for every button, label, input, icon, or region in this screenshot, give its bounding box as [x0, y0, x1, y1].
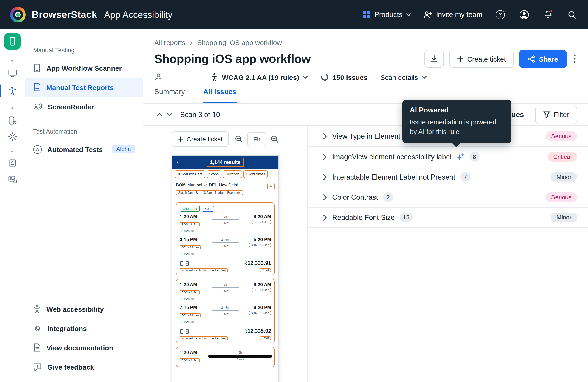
tooltip-body: Issue remediation is powered by AI for t…: [410, 118, 504, 137]
departure-time: 1:20 AM: [180, 350, 208, 355]
results-count: 1,144 results: [207, 158, 244, 166]
issue-row-interactable-label[interactable]: Interactable Element Label not Present 7…: [308, 167, 588, 187]
more-options-button[interactable]: [572, 52, 577, 65]
tab-all-issues[interactable]: All issues: [203, 88, 237, 103]
back-chevron-icon: ‹: [176, 157, 179, 168]
flight-leg: 7:15 PM DEL · 13 Jan ✈IndiGo 2h 5m Direc…: [180, 305, 271, 324]
products-menu[interactable]: Products: [362, 11, 411, 19]
sidebar-item-screenreader[interactable]: ScreenReader: [25, 97, 143, 116]
to-city: New Delhi: [219, 183, 238, 187]
scan-previous-button[interactable]: [154, 111, 165, 119]
arrival-time: 9:20 PM: [253, 305, 271, 310]
scan-progress-icon: [321, 73, 329, 81]
departure-time: 7:15 PM: [180, 305, 208, 310]
issue-row-readable-font-size[interactable]: Readable Font Size 15 Minor: [308, 207, 588, 228]
sort-chip: ⇅Sort by: Best: [175, 170, 205, 178]
report-content: Create ticket Fit: [143, 125, 588, 382]
products-label: Products: [374, 11, 402, 19]
arrival-tag: DEL · 6 Jan: [252, 220, 271, 224]
accessibility-rail-item[interactable]: [0, 84, 25, 97]
document-icon: [33, 343, 41, 352]
download-button[interactable]: [424, 50, 444, 68]
tab-summary[interactable]: Summary: [154, 88, 185, 103]
arrival-tag: DEL · 6 Jan: [252, 288, 271, 292]
sidebar-item-give-feedback[interactable]: Give feedback: [25, 357, 143, 377]
notifications-button[interactable]: [542, 9, 554, 21]
share-button[interactable]: Share: [519, 50, 567, 68]
stops: Direct: [208, 244, 243, 247]
sidebar-item-label: View documentation: [46, 344, 113, 351]
app-accessibility-rail-button[interactable]: [4, 33, 21, 50]
breadcrumb: All reports › Shopping iOS app workflow: [154, 39, 577, 46]
device-settings-icon[interactable]: [8, 116, 17, 125]
sidebar-item-view-documentation[interactable]: View documentation: [25, 338, 143, 357]
invite-my-team[interactable]: Invite my team: [423, 11, 482, 19]
help-button[interactable]: ?: [494, 9, 506, 21]
dates-chip: Sat, 6 Jan - Sat, 13 Jan · 1 adult · Eco…: [176, 190, 243, 195]
chevron-right-icon: [323, 214, 327, 221]
severity-badge: Minor: [551, 213, 577, 222]
scan-details-dropdown[interactable]: Scan details: [380, 73, 426, 81]
filter-label: Filter: [554, 111, 569, 119]
sidebar-item-web-accessibility[interactable]: Web accessibility: [25, 299, 143, 319]
issue-row-imageview-label[interactable]: ImageView element accessibility label 8 …: [308, 147, 588, 167]
sidebar-item-app-workflow-scanner[interactable]: App Workflow Scanner: [25, 58, 143, 78]
browserstack-logo-icon[interactable]: [10, 7, 26, 22]
sidebar-item-automated-tests[interactable]: A Automated Tests Alpha: [25, 140, 143, 159]
chevron-right-icon: [323, 133, 327, 139]
arrival-time: 3:20 AM: [253, 214, 271, 219]
filter-chips-row: ⇅Sort by: Best Stops Duration Flight tim…: [172, 168, 278, 180]
chevron-right-icon: [323, 194, 327, 201]
best-tag: Best: [202, 206, 214, 212]
app-screenshot[interactable]: ‹ 1,144 results ⇅Sort by: Best Stops Dur…: [172, 155, 279, 382]
route-summary: BOM Mumbai ⇄ DEL New Delhi Sat, 6 Jan - …: [172, 180, 278, 199]
create-ticket-button[interactable]: Create ticket: [449, 50, 514, 68]
owner-icon: [154, 73, 163, 81]
screenreader-icon: [33, 102, 42, 111]
screenshots-icon[interactable]: [8, 175, 17, 183]
rail-active-indicator: [0, 84, 1, 97]
included-bags-chip: Included: cabin bag, checked bag: [180, 268, 228, 272]
account-button[interactable]: [518, 9, 530, 21]
zoom-out-icon[interactable]: [235, 135, 243, 143]
zoom-in-icon[interactable]: [271, 135, 279, 143]
issues-count: 150 Issues: [333, 73, 368, 81]
app-root: BrowserStack App Accessibility Products …: [0, 0, 588, 382]
gear-icon[interactable]: [8, 132, 17, 141]
scan-next-button[interactable]: [165, 111, 175, 119]
test-cases-icon[interactable]: [8, 159, 17, 167]
sidebar-item-integrations[interactable]: Integrations: [25, 319, 143, 338]
arrival-time: 5:20 PM: [253, 237, 271, 242]
search-icon: [567, 10, 576, 19]
issue-row-color-contrast[interactable]: Color Contrast 2 Serious: [308, 187, 588, 207]
zoom-fit-control[interactable]: Fit: [247, 132, 266, 146]
create-ticket-small-button[interactable]: Create ticket: [172, 131, 229, 147]
help-icon: ?: [496, 10, 505, 19]
airline: IndiGo: [184, 297, 194, 301]
wcag-selector[interactable]: WCAG 2.1 AA (19 rules): [210, 73, 308, 81]
header-actions: Create ticket Share: [424, 50, 577, 68]
search-button[interactable]: [566, 9, 578, 21]
zoom-controls: Fit: [235, 132, 279, 146]
share-icon: [528, 55, 535, 63]
duration: 2h: [208, 283, 243, 286]
sidebar: Manual Testing App Workflow Scanner Manu…: [25, 29, 143, 382]
sidebar-item-manual-test-reports[interactable]: Manual Test Reports: [25, 78, 143, 97]
airline: IndiGo: [184, 320, 194, 324]
edit-pencil-icon: ✎: [267, 183, 275, 190]
chevron-down-icon: [406, 13, 411, 16]
chevron-right-icon: [323, 154, 327, 160]
scan-details-label: Scan details: [380, 73, 418, 81]
scan-position-label: Scan 3 of 10: [180, 110, 220, 119]
redacted-bar: [208, 355, 273, 358]
stops: Direct: [208, 358, 273, 361]
duration: 2h 5m: [208, 238, 243, 241]
breadcrumb-all-reports[interactable]: All reports: [154, 39, 185, 46]
sidebar-item-label: Integrations: [47, 324, 87, 332]
filter-button[interactable]: Filter: [535, 105, 577, 124]
live-testing-icon[interactable]: [8, 69, 17, 77]
ai-sparkle-icon[interactable]: [456, 153, 464, 161]
issue-label: Interactable Element Label not Present: [332, 173, 455, 181]
baggage-icons: [180, 260, 189, 266]
title-row: Shopping iOS app workflow Create ticket …: [154, 48, 577, 69]
